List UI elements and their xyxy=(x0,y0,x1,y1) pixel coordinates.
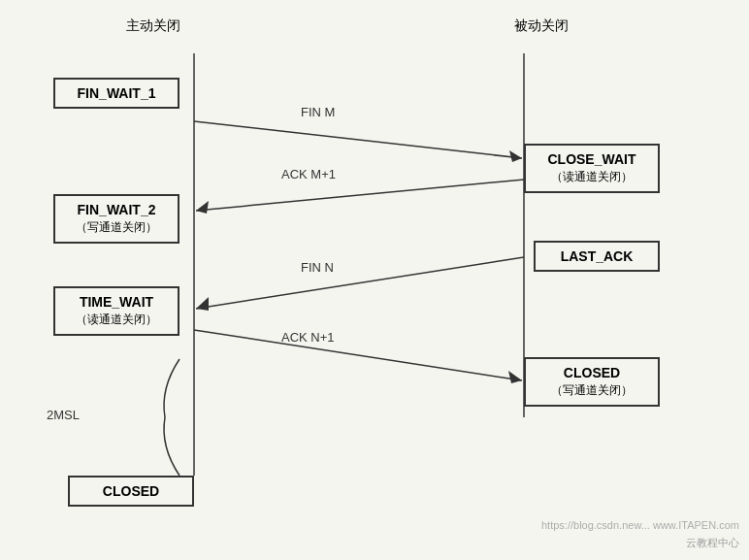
closed-right-label: CLOSED xyxy=(564,365,620,380)
fin-m-label: FIN M xyxy=(301,105,335,119)
close-wait-label: CLOSE_WAIT xyxy=(547,151,635,167)
time-wait-sub: （读通道关闭） xyxy=(65,312,168,328)
closed-left-label: CLOSED xyxy=(103,483,159,499)
ack-n1-label: ACK N+1 xyxy=(281,330,335,345)
fin-wait-2-label: FIN_WAIT_2 xyxy=(78,202,156,217)
watermark-line1: 云教程中心 xyxy=(686,536,739,550)
svg-marker-9 xyxy=(508,371,522,383)
fin-wait-1-label: FIN_WAIT_1 xyxy=(78,85,156,101)
diagram-container: 主动关闭 被动关闭 FIN_WAIT_1 FIN_WAIT_2 （写通道关闭） … xyxy=(0,0,749,560)
time-wait-label: TIME_WAIT xyxy=(80,294,153,310)
closed-left-box: CLOSED xyxy=(68,476,194,507)
right-section-label: 被动关闭 xyxy=(514,17,569,35)
svg-line-8 xyxy=(194,330,522,380)
close-wait-box: CLOSE_WAIT （读通道关闭） xyxy=(524,144,660,193)
svg-line-4 xyxy=(196,180,524,211)
fin-n-label: FIN N xyxy=(301,260,334,275)
svg-marker-3 xyxy=(509,150,522,162)
svg-marker-5 xyxy=(196,201,209,214)
svg-marker-7 xyxy=(196,297,209,311)
svg-line-2 xyxy=(194,121,522,158)
fin-wait-1-box: FIN_WAIT_1 xyxy=(53,78,179,109)
closed-right-sub: （写通道关闭） xyxy=(536,382,648,399)
last-ack-box: LAST_ACK xyxy=(534,241,660,272)
last-ack-label: LAST_ACK xyxy=(561,248,634,264)
left-section-label: 主动关闭 xyxy=(126,17,180,35)
fin-wait-2-sub: （写通道关闭） xyxy=(65,219,168,236)
fin-wait-2-box: FIN_WAIT_2 （写通道关闭） xyxy=(53,194,179,244)
svg-line-6 xyxy=(196,257,524,309)
close-wait-sub: （读通道关闭） xyxy=(536,169,648,185)
ack-m1-label: ACK M+1 xyxy=(281,167,336,181)
time-wait-box: TIME_WAIT （读通道关闭） xyxy=(53,286,179,336)
closed-right-box: CLOSED （写通道关闭） xyxy=(524,357,660,407)
brace-label: 2MSL xyxy=(47,408,80,422)
watermark-line2: https://blog.csdn.new... www.ITAPEN.com xyxy=(541,519,739,531)
